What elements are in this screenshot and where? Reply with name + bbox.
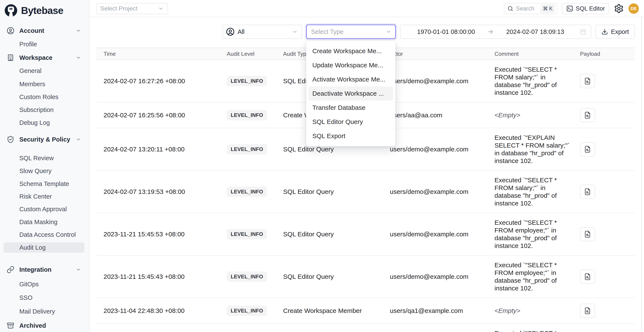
row-comment: Executed `"SELECT * FROM employee;"` in … [494,261,572,292]
type-filter-dropdown-menu: Create Workspace Me...Update Workspace M… [306,41,396,146]
payload-view-button[interactable] [580,270,595,284]
row-actor: users/demo@example.com [390,273,468,280]
sidebar-item-risk-center[interactable]: Risk Center [0,190,90,203]
sidebar-item-data-access-control[interactable]: Data Access Control [0,228,90,241]
sidebar-section-integration[interactable]: Integration [0,263,90,276]
sidebar-item-slow-query[interactable]: Slow Query [0,165,90,177]
date-range-picker[interactable]: 1970-01-01 08:00:00 2024-02-07 18:09:13 [400,25,591,39]
row-audit-type: SQL Editor Query [283,146,334,153]
sql-editor-button[interactable]: SQL Editor [562,3,609,14]
sidebar-label: Audit Log [19,244,46,251]
row-comment: Executed `"EXPLAIN SELECT * FROM salary;… [494,134,572,165]
row-time: 2024-02-07 16:27:26 +08:00 [104,77,185,85]
sidebar-item-audit-log[interactable]: Audit Log [0,241,90,254]
type-menu-item-update-workspace-me[interactable]: Update Workspace Me... [306,58,395,72]
file-search-icon [584,146,591,153]
settings-gear-icon[interactable] [614,4,624,13]
sidebar-item-general[interactable]: General [0,64,90,77]
sql-editor-label: SQL Editor [576,5,605,12]
file-search-icon [584,111,591,119]
sidebar-item-mail-delivery[interactable]: Mail Delivery [0,305,90,318]
column-header-payload: Payload [576,51,635,57]
sidebar-item-custom-approval[interactable]: Custom Approval [0,203,90,215]
file-search-icon [584,273,591,281]
sidebar-label: Slow Query [19,167,52,174]
file-search-icon [584,307,591,315]
audit-level-badge: LEVEL_INFO [227,306,267,316]
arrow-right-icon [488,28,494,35]
chevron-down-icon [76,55,81,60]
audit-level-badge: LEVEL_INFO [227,76,267,86]
topbar: Select Project Search ⌘ K SQL Editor DE [90,0,644,17]
main-content: Select Project Search ⌘ K SQL Editor DE [90,0,644,332]
sidebar-item-subscription[interactable]: Subscription [0,103,90,116]
search-shortcut-badge: ⌘ K [541,4,555,13]
row-audit-type: SQL Editor Query [283,273,334,280]
sidebar-item-sso[interactable]: SSO [0,291,90,304]
table-row: 2024-02-07 13:19:53 +08:00LEVEL_INFOSQL … [96,171,635,213]
row-time: 2023-11-21 15:45:43 +08:00 [104,273,184,280]
shield-check-icon [7,136,14,143]
table-row: 2023-11-04 22:48:30 +08:00LEVEL_INFOCrea… [96,298,635,324]
scrollbar[interactable] [642,17,642,332]
type-filter-placeholder: Select Type [311,28,386,35]
table-row: 2023-11-04 21:26:34 +08:00LEVEL_INFOSQL … [96,324,635,332]
row-comment-empty: <Empty> [494,307,572,315]
type-menu-item-deactivate-workspace[interactable]: Deactivate Workspace ... [308,86,393,101]
type-menu-item-create-workspace-me[interactable]: Create Workspace Me... [306,44,395,58]
sidebar-label: Custom Approval [19,206,67,213]
row-audit-type: Create Workspace Member [283,307,362,314]
payload-view-button[interactable] [580,108,595,122]
sidebar-item-gitops[interactable]: GitOps [0,278,90,291]
user-circle-icon [7,27,14,34]
brand-logo[interactable]: Bytebase [0,0,89,18]
sidebar-label: Custom Roles [19,94,58,101]
export-button[interactable]: Export [596,25,635,39]
avatar[interactable]: DE [628,3,639,14]
audit-level-badge: LEVEL_INFO [227,110,267,120]
sidebar-section-account[interactable]: Account [0,24,90,37]
row-actor: users/demo@example.com [390,188,468,195]
brand-wordmark: Bytebase [21,5,63,16]
type-menu-item-sql-editor-query[interactable]: SQL Editor Query [306,115,395,129]
type-menu-item-activate-workspace-me[interactable]: Activate Workspace Me... [306,72,395,86]
column-header-comment: Comment [492,51,576,57]
user-circle-icon [226,27,234,36]
payload-view-button[interactable] [580,227,595,241]
type-menu-item-sql-export[interactable]: SQL Export [306,129,395,143]
payload-view-button[interactable] [580,142,595,156]
sidebar-item-members[interactable]: Members [0,78,90,91]
column-header-actor: Actor [385,51,492,57]
sidebar-item-sql-review[interactable]: SQL Review [0,152,90,165]
file-search-icon [584,188,591,196]
table-row: 2023-11-21 15:45:53 +08:00LEVEL_INFOSQL … [96,213,635,256]
sidebar-section-security-policy[interactable]: Security & Policy [0,133,90,146]
sidebar-item-profile[interactable]: Profile [0,38,90,51]
sidebar-item-debug-log[interactable]: Debug Log [0,116,90,129]
date-start-value[interactable]: 1970-01-01 08:00:00 [405,28,488,35]
sidebar-item-custom-roles[interactable]: Custom Roles [0,91,90,103]
actor-filter-select[interactable]: All [222,25,302,39]
type-filter-select[interactable]: Select Type [306,25,396,39]
search-input[interactable]: Search ⌘ K [504,3,557,14]
sidebar-item-schema-template[interactable]: Schema Template [0,177,90,190]
sidebar-section-archived[interactable]: Archived [0,319,90,332]
audit-level-badge: LEVEL_INFO [227,144,267,155]
project-select[interactable]: Select Project [96,3,168,14]
date-end-value[interactable]: 2024-02-07 18:09:13 [494,28,576,35]
row-actor: users/demo@example.com [390,77,468,85]
sidebar-label: SQL Review [19,155,54,162]
sidebar-label: Data Access Control [19,231,76,238]
payload-view-button[interactable] [580,185,595,199]
type-menu-item-transfer-database[interactable]: Transfer Database [306,101,395,115]
payload-view-button[interactable] [580,304,595,318]
sidebar-label: General [19,67,42,74]
row-actor: users/aa@aa.com [390,112,442,119]
sidebar-label: Profile [19,41,37,48]
sidebar-label: Subscription [19,106,54,114]
sidebar-item-data-masking[interactable]: Data Masking [0,215,90,228]
sidebar-section-workspace[interactable]: Workspace [0,51,90,64]
payload-view-button[interactable] [580,74,595,88]
download-icon [602,28,608,35]
row-comment: Executed `"SELECT * FROM salary;"` in da… [494,176,572,207]
